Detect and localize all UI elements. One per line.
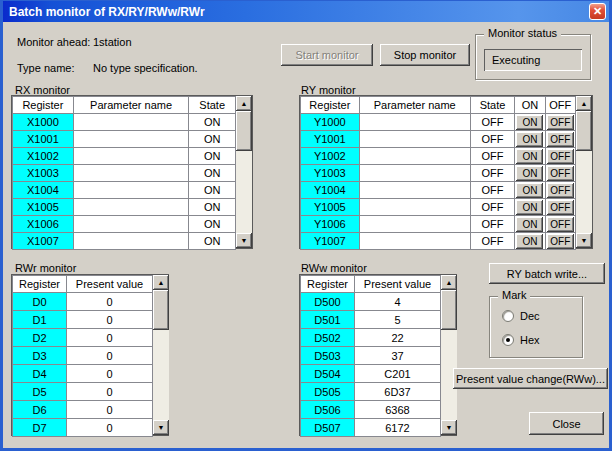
on-button[interactable]: ON	[516, 183, 543, 198]
off-button[interactable]: OFF	[547, 234, 574, 249]
rwr-header-register: Register	[13, 276, 67, 293]
rwr-monitor-table: Register Present value D00D10D20D30D40D5…	[11, 274, 169, 436]
rx-table-body: X1000ONX1001ONX1002ONX1003ONX1004ONX1005…	[13, 114, 236, 250]
off-button[interactable]: OFF	[547, 149, 574, 164]
scroll-thumb[interactable]	[153, 290, 169, 330]
register-cell: D4	[13, 365, 67, 383]
off-button-cell: OFF	[545, 182, 575, 199]
off-button[interactable]: OFF	[547, 132, 574, 147]
start-monitor-button[interactable]: Start monitor	[281, 44, 373, 66]
ry-header-state: State	[470, 97, 514, 114]
scroll-up-button[interactable]: ▲	[576, 96, 592, 111]
table-row: Y1006OFFONOFF	[301, 216, 576, 233]
rww-scrollbar[interactable]: ▲▼	[441, 275, 457, 435]
mark-group-label: Mark	[498, 289, 530, 301]
register-cell: X1004	[13, 182, 74, 199]
register-cell: D502	[301, 329, 355, 347]
scroll-up-button[interactable]: ▲	[153, 275, 169, 290]
register-cell: D501	[301, 311, 355, 329]
state-cell: ON	[189, 165, 236, 182]
scroll-down-icon: ▼	[241, 237, 248, 244]
close-dialog-button[interactable]: Close	[529, 412, 604, 435]
ry-header-on: ON	[515, 97, 545, 114]
scroll-down-button[interactable]: ▼	[153, 420, 169, 435]
parameter-name-cell	[73, 233, 189, 250]
rww-table-body: D5004D5015D50222D50337D504C201D5056D37D5…	[301, 293, 441, 437]
parameter-name-cell	[73, 148, 189, 165]
parameter-name-cell	[359, 199, 470, 216]
monitor-status-value: Executing	[492, 54, 540, 66]
present-value-cell: 22	[355, 329, 441, 347]
ry-header-off: OFF	[545, 97, 575, 114]
scroll-track[interactable]	[236, 111, 252, 233]
register-cell: X1001	[13, 131, 74, 148]
state-cell: OFF	[470, 165, 514, 182]
scroll-up-icon: ▲	[446, 279, 453, 286]
scroll-up-button[interactable]: ▲	[441, 275, 457, 290]
scroll-down-button[interactable]: ▼	[236, 233, 252, 248]
rx-header-state: State	[189, 97, 236, 114]
state-cell: OFF	[470, 114, 514, 131]
rwr-scrollbar[interactable]: ▲▼	[153, 275, 169, 435]
dec-radio[interactable]	[502, 310, 514, 322]
on-button[interactable]: ON	[516, 132, 543, 147]
ry-header-row: Register Parameter name State ON OFF	[301, 97, 576, 114]
window-title: Batch monitor of RX/RY/RWw/RWr	[9, 5, 589, 19]
scroll-up-button[interactable]: ▲	[236, 96, 252, 111]
stop-monitor-button[interactable]: Stop monitor	[380, 44, 470, 66]
mark-group: Mark Dec Hex	[489, 296, 583, 358]
register-cell: D3	[13, 347, 67, 365]
dialog-body: Monitor ahead: 1station Type name: No ty…	[3, 22, 609, 448]
on-button[interactable]: ON	[516, 234, 543, 249]
mark-hex-option[interactable]: Hex	[502, 334, 540, 346]
present-value-change-button[interactable]: Present value change(RWw)...	[453, 368, 608, 389]
state-cell: OFF	[470, 182, 514, 199]
off-button[interactable]: OFF	[547, 166, 574, 181]
scroll-down-icon: ▼	[446, 424, 453, 431]
table-row: X1006ON	[13, 216, 236, 233]
rww-header-value: Present value	[355, 276, 441, 293]
ry-scrollbar[interactable]: ▲▼	[576, 96, 592, 248]
scroll-down-icon: ▼	[581, 237, 588, 244]
scroll-thumb[interactable]	[236, 111, 252, 151]
state-cell: OFF	[470, 233, 514, 250]
on-button[interactable]: ON	[516, 200, 543, 215]
hex-radio[interactable]	[502, 334, 514, 346]
scroll-thumb[interactable]	[576, 111, 592, 151]
ry-header-register: Register	[301, 97, 360, 114]
off-button[interactable]: OFF	[547, 183, 574, 198]
off-button[interactable]: OFF	[547, 200, 574, 215]
on-button[interactable]: ON	[516, 166, 543, 181]
table-row: D20	[13, 329, 153, 347]
parameter-name-cell	[359, 131, 470, 148]
monitor-status-field: Executing	[484, 49, 582, 71]
on-button[interactable]: ON	[516, 149, 543, 164]
ry-batch-write-button[interactable]: RY batch write...	[489, 263, 605, 284]
scroll-thumb[interactable]	[441, 290, 457, 330]
off-button[interactable]: OFF	[547, 115, 574, 130]
scroll-track[interactable]	[153, 290, 169, 420]
ry-table-body: Y1000OFFONOFFY1001OFFONOFFY1002OFFONOFFY…	[301, 114, 576, 250]
on-button[interactable]: ON	[516, 115, 543, 130]
scroll-track[interactable]	[576, 111, 592, 233]
table-row: D5004	[301, 293, 441, 311]
mark-dec-option[interactable]: Dec	[502, 310, 540, 322]
rx-scrollbar[interactable]: ▲▼	[236, 96, 252, 248]
scroll-track[interactable]	[441, 290, 457, 420]
table-row: D5076172	[301, 419, 441, 437]
scroll-down-button[interactable]: ▼	[576, 233, 592, 248]
table-row: X1004ON	[13, 182, 236, 199]
on-button[interactable]: ON	[516, 217, 543, 232]
scroll-up-icon: ▲	[241, 100, 248, 107]
parameter-name-cell	[73, 165, 189, 182]
off-button-cell: OFF	[545, 148, 575, 165]
scroll-up-icon: ▲	[581, 100, 588, 107]
scroll-down-button[interactable]: ▼	[441, 420, 457, 435]
off-button[interactable]: OFF	[547, 217, 574, 232]
table-row: D40	[13, 365, 153, 383]
rx-header-row: Register Parameter name State	[13, 97, 236, 114]
close-button[interactable]: ✕	[589, 3, 606, 20]
titlebar[interactable]: Batch monitor of RX/RY/RWw/RWr ✕	[3, 1, 609, 22]
table-row: D70	[13, 419, 153, 437]
on-button-cell: ON	[515, 182, 545, 199]
